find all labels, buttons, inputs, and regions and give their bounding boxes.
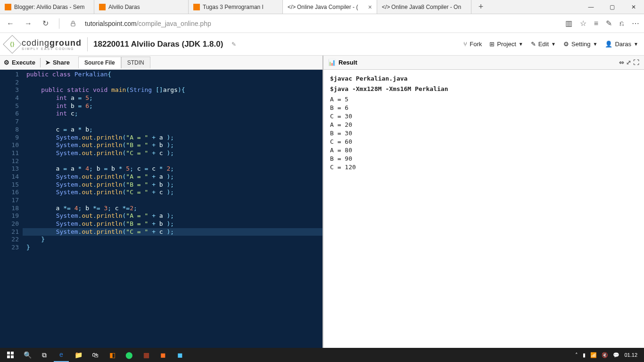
code-line[interactable]: public class Perkalian{ [23,71,322,79]
setting-menu[interactable]: ⚙Setting▼ [563,41,597,48]
notes-icon[interactable]: ✎ [606,19,612,28]
reading-view-icon[interactable]: ▥ [565,19,572,28]
volume-icon[interactable]: 🔇 [602,352,608,358]
code-line[interactable]: System.out.println("A = " + a ); [23,212,322,220]
output-line: A = 20 [330,121,637,129]
edit-title-icon[interactable]: ✎ [231,41,236,48]
line-number: 17 [0,197,19,205]
whatsapp-icon[interactable]: ⬤ [122,348,137,362]
favicon: </> [288,4,294,10]
line-number: 19 [0,212,19,220]
app-icon-3[interactable]: ◼ [156,348,171,362]
close-window-button[interactable]: ✕ [623,0,644,14]
store-icon[interactable]: 🛍 [88,348,103,362]
user-icon: 👤 [605,41,612,48]
code-line[interactable]: public static void main(String []args){ [23,86,322,94]
code-line[interactable]: int a = 5; [23,94,322,102]
clock[interactable]: 01.12 [624,352,637,358]
back-button[interactable]: ← [5,17,16,30]
share-browser-icon[interactable]: ⎌ [619,19,624,28]
result-header: 📊 Result ⇔ ⤢ ⛶ [323,56,644,70]
line-number: 9 [0,134,19,142]
project-menu[interactable]: ⊞Project▼ [489,41,523,48]
code-content[interactable]: public class Perkalian{ public static vo… [23,70,322,348]
system-tray: ˄ ▮ 📶 🔇 💬 01.12 [575,352,641,358]
code-line[interactable] [23,197,322,205]
code-line[interactable]: } [23,244,322,252]
task-view-icon[interactable]: ⧉ [37,348,52,362]
code-line[interactable]: System.out.println("C = " + c ); [23,149,322,157]
code-line[interactable]: System.out.println("C = " + c ); [23,189,322,197]
url-host: tutorialspoint.com [85,20,137,27]
output-line: A = 5 [330,95,637,104]
separator [40,58,41,67]
code-line[interactable]: int b = 6; [23,102,322,110]
logo[interactable]: ⟨⟩ codingground SIMPLY EASY CODING [6,38,82,51]
code-line[interactable]: c = a * b; [23,126,322,134]
code-line[interactable]: } [23,236,322,244]
fork-button[interactable]: ⑂Fork [463,41,482,48]
browser-tab[interactable]: Tugas 3 Pemrograman I [189,0,283,14]
app-header: ⟨⟩ codingground SIMPLY EASY CODING 18220… [0,33,644,56]
code-line[interactable]: System.out.println("A = " + a ); [23,173,322,181]
edit-menu[interactable]: ✎Edit▼ [531,41,556,48]
code-line[interactable]: a *= 4; b *= 3; c *=2; [23,205,322,213]
user-menu[interactable]: 👤Daras▼ [605,41,638,48]
favicon [5,4,11,10]
hub-icon[interactable]: ≡ [594,19,598,28]
notification-icon[interactable]: 💬 [613,352,619,358]
url-field[interactable]: tutorialspoint.com/compile_java_online.p… [85,20,211,27]
code-line[interactable]: a = a * 4; b = b * 5; c = c * 2; [23,165,322,173]
code-line[interactable]: System.out.println("B = " + b ); [23,141,322,149]
browser-tab[interactable]: Blogger: Alvilio Daras - Sem [0,0,94,14]
minimize-button[interactable]: — [580,0,602,14]
result-label: Result [339,59,357,66]
code-line[interactable] [23,79,322,87]
code-line[interactable]: System.out.println("B = " + b ); [23,220,322,228]
code-editor[interactable]: 1234567891011121314151617181920212223 pu… [0,70,322,348]
wifi-icon[interactable]: 📶 [590,352,597,358]
line-number: 18 [0,205,19,213]
code-line[interactable]: System.out.println("B = " + b ); [23,181,322,189]
maximize-button[interactable]: ▢ [602,0,623,14]
share-button[interactable]: ➤Share [45,59,70,66]
search-icon[interactable]: 🔍 [20,348,35,362]
more-icon[interactable]: ⋯ [632,19,639,28]
code-line[interactable] [23,118,322,126]
browser-tab[interactable]: </>Online Java Compiler - (× [283,0,377,14]
battery-icon[interactable]: ▮ [583,352,586,358]
result-output[interactable]: $javac Perkalian.java $java -Xmx128M -Xm… [323,70,644,348]
app-icon-2[interactable]: ▦ [139,348,154,362]
explorer-icon[interactable]: 📁 [71,348,86,362]
favorite-icon[interactable]: ☆ [580,19,586,28]
tab-title: Online Java8 Compiler - On [391,4,461,10]
expand-horizontal-icon[interactable]: ⇔ [619,59,624,66]
output-line: C = 30 [330,112,637,121]
collapse-icon[interactable]: ⤢ [626,59,631,66]
edge-icon[interactable]: e [54,348,69,362]
app-icon-4[interactable]: ◼ [173,348,188,362]
file-tab[interactable]: STDIN [121,57,150,68]
tray-chevron-icon[interactable]: ˄ [575,352,578,358]
tab-title: Tugas 3 Pemrograman I [203,4,264,10]
code-line[interactable]: System.out.println("C = " + c ); [23,228,322,236]
refresh-button[interactable]: ↻ [41,17,50,30]
code-line[interactable] [23,157,322,165]
browser-tab[interactable]: </>Online Java8 Compiler - On [377,0,471,14]
close-icon[interactable]: × [368,3,372,11]
line-number: 4 [0,94,19,102]
code-line[interactable]: int c; [23,110,322,118]
new-tab-button[interactable]: + [471,2,490,12]
code-line[interactable]: System.out.println("A = " + a ); [23,134,322,142]
execute-button[interactable]: ⚙Execute [4,59,35,66]
forward-button[interactable]: → [23,17,34,30]
browser-tab[interactable]: Alvilio Daras [94,0,189,14]
app-icon[interactable]: ◧ [105,348,120,362]
fullscreen-icon[interactable]: ⛶ [633,59,639,66]
start-button[interactable] [3,348,18,362]
header-actions: ⑂Fork ⊞Project▼ ✎Edit▼ ⚙Setting▼ 👤Daras▼ [463,41,638,48]
edit-icon: ✎ [531,41,536,48]
file-tab[interactable]: Source File [78,57,121,68]
work-area: ⚙Execute ➤Share Source FileSTDIN 1234567… [0,56,644,348]
output-line: B = 6 [330,104,637,112]
